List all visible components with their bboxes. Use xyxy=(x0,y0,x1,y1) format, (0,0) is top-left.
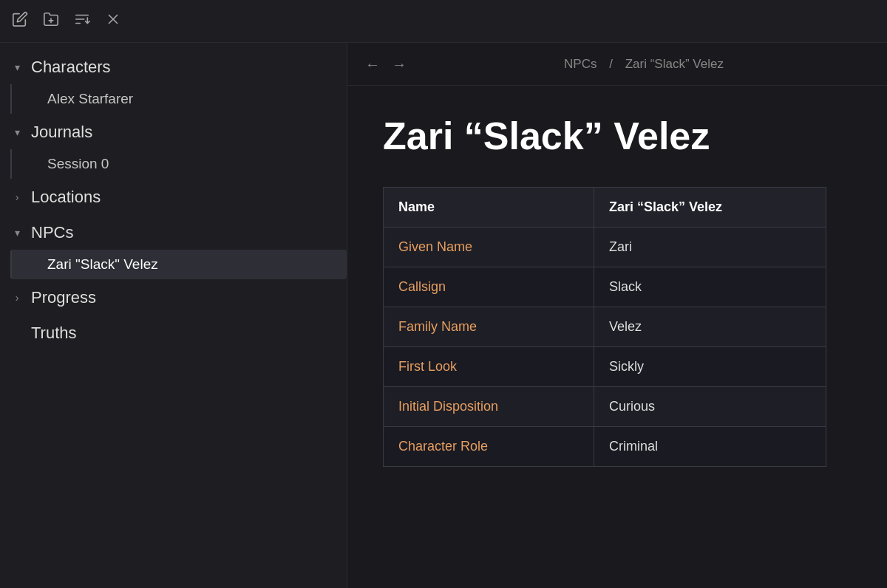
sort-icon[interactable] xyxy=(74,11,90,31)
chevron-npcs-icon: ▾ xyxy=(10,227,24,239)
sidebar-section-progress: › Progress xyxy=(0,281,347,315)
chevron-locations-icon: › xyxy=(10,191,24,203)
sidebar-label-journals: Journals xyxy=(31,123,92,142)
chevron-progress-icon: › xyxy=(10,292,24,304)
table-cell-label: Given Name xyxy=(384,228,594,267)
table-cell-label: First Look xyxy=(384,347,594,387)
content-header: ← → NPCs / Zari “Slack” Velez xyxy=(347,43,887,86)
breadcrumb-parent[interactable]: NPCs xyxy=(564,57,597,71)
table-cell-value: Slack xyxy=(594,267,826,307)
sidebar-label-characters: Characters xyxy=(31,58,111,77)
table-cell-value: Velez xyxy=(594,307,826,347)
sidebar-item-npcs[interactable]: ▾ NPCs xyxy=(0,216,347,250)
sidebar-label-truths: Truths xyxy=(31,324,77,343)
chevron-journals-icon: ▾ xyxy=(10,126,24,138)
sidebar-section-characters: ▾ Characters Alex Starfarer xyxy=(0,50,347,114)
chevron-characters-icon: ▾ xyxy=(10,61,24,73)
sidebar-item-zari[interactable]: Zari "Slack" Velez xyxy=(10,250,347,279)
table-row: Initial DispositionCurious xyxy=(384,387,826,427)
sidebar-item-session0[interactable]: Session 0 xyxy=(10,149,347,179)
main-layout: ▾ Characters Alex Starfarer ▾ Journals S… xyxy=(0,43,887,588)
table-cell-label: Initial Disposition xyxy=(384,387,594,427)
table-cell-value: Criminal xyxy=(594,427,826,467)
table-row: Family NameVelez xyxy=(384,307,826,347)
sidebar-item-locations[interactable]: › Locations xyxy=(0,180,347,214)
table-header-row: Name Zari “Slack” Velez xyxy=(384,188,826,228)
table-header-name: Name xyxy=(384,188,594,228)
table-row: First LookSickly xyxy=(384,347,826,387)
sidebar-section-journals: ▾ Journals Session 0 xyxy=(0,115,347,179)
sidebar-item-label: Zari "Slack" Velez xyxy=(47,256,158,273)
add-folder-icon[interactable] xyxy=(43,11,59,31)
breadcrumb-separator: / xyxy=(609,57,613,71)
close-icon[interactable] xyxy=(105,11,121,31)
sidebar-label-locations: Locations xyxy=(31,188,101,207)
sidebar-label-npcs: NPCs xyxy=(31,223,73,242)
table-row: Character RoleCriminal xyxy=(384,427,826,467)
table-row: Given NameZari xyxy=(384,228,826,267)
sidebar-section-truths: › Truths xyxy=(0,316,347,350)
table-cell-value: Curious xyxy=(594,387,826,427)
sidebar-item-progress[interactable]: › Progress xyxy=(0,281,347,315)
back-button[interactable]: ← xyxy=(365,57,380,72)
content-pane: ← → NPCs / Zari “Slack” Velez Zari “Slac… xyxy=(347,43,887,588)
sidebar-item-label: Alex Starfarer xyxy=(47,91,133,107)
breadcrumb: NPCs / Zari “Slack” Velez xyxy=(560,57,728,72)
breadcrumb-current: Zari “Slack” Velez xyxy=(625,57,724,71)
edit-icon[interactable] xyxy=(12,11,28,31)
sidebar-item-truths[interactable]: › Truths xyxy=(0,316,347,350)
sidebar: ▾ Characters Alex Starfarer ▾ Journals S… xyxy=(0,43,347,588)
table-cell-label: Callsign xyxy=(384,267,594,307)
table-row: CallsignSlack xyxy=(384,267,826,307)
table-cell-label: Character Role xyxy=(384,427,594,467)
table-header-value: Zari “Slack” Velez xyxy=(594,188,826,228)
sidebar-section-npcs: ▾ NPCs Zari "Slack" Velez xyxy=(0,216,347,279)
sidebar-item-alex-starfarer[interactable]: Alex Starfarer xyxy=(10,84,347,114)
page-title: Zari “Slack” Velez xyxy=(383,115,852,157)
table-cell-value: Sickly xyxy=(594,347,826,387)
table-cell-label: Family Name xyxy=(384,307,594,347)
content-body: Zari “Slack” Velez Name Zari “Slack” Vel… xyxy=(347,86,887,588)
data-table: Name Zari “Slack” Velez Given NameZariCa… xyxy=(383,187,826,467)
sidebar-label-progress: Progress xyxy=(31,288,96,307)
sidebar-section-locations: › Locations xyxy=(0,180,347,214)
forward-button[interactable]: → xyxy=(392,57,407,72)
table-cell-value: Zari xyxy=(594,228,826,267)
sidebar-item-label: Session 0 xyxy=(47,156,109,172)
sidebar-item-journals[interactable]: ▾ Journals xyxy=(0,115,347,149)
sidebar-item-characters[interactable]: ▾ Characters xyxy=(0,50,347,84)
toolbar xyxy=(0,0,887,43)
